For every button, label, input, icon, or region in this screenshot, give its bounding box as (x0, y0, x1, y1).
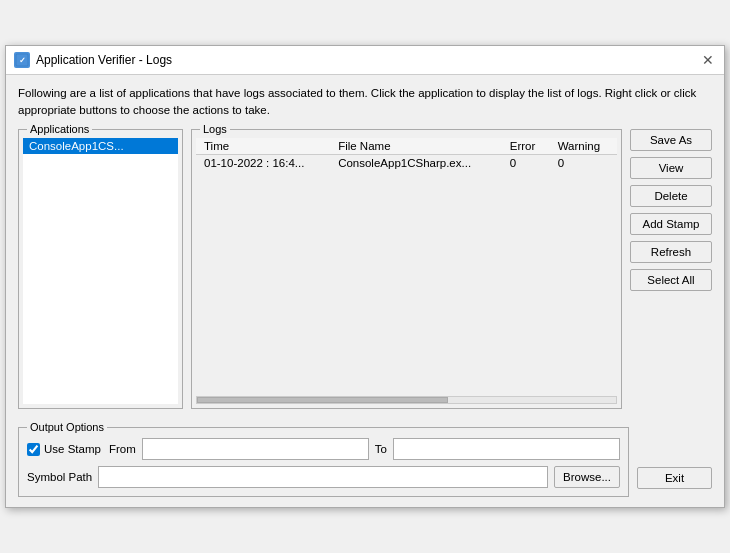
logs-wrapper: Logs Time File Name Error Warning (191, 129, 622, 409)
use-stamp-checkbox[interactable] (27, 443, 40, 456)
logs-panel: Logs Time File Name Error Warning (191, 129, 622, 409)
app-icon: ✓ (14, 52, 30, 68)
title-bar-left: ✓ Application Verifier - Logs (14, 52, 172, 68)
symbol-path-row: Symbol Path Browse... (27, 466, 620, 488)
svg-text:✓: ✓ (19, 56, 26, 65)
symbol-path-input[interactable] (98, 466, 548, 488)
logs-table: Time File Name Error Warning 01-10-2022 … (196, 138, 617, 171)
bottom-row: Output Options Use Stamp From To (18, 417, 712, 497)
select-all-button[interactable]: Select All (630, 269, 712, 291)
col-warning: Warning (550, 138, 617, 155)
list-item[interactable]: ConsoleApp1CS... (23, 138, 178, 154)
to-label: To (375, 443, 387, 455)
scrollbar-area (196, 394, 617, 404)
logs-table-container[interactable]: Time File Name Error Warning 01-10-2022 … (196, 138, 617, 404)
col-time: Time (196, 138, 330, 155)
view-button[interactable]: View (630, 157, 712, 179)
window-title: Application Verifier - Logs (36, 53, 172, 67)
to-input[interactable] (393, 438, 620, 460)
applications-label: Applications (27, 123, 92, 135)
description-text: Following are a list of applications tha… (18, 85, 712, 120)
applications-list[interactable]: ConsoleApp1CS... (23, 138, 178, 404)
add-stamp-button[interactable]: Add Stamp (630, 213, 712, 235)
browse-button[interactable]: Browse... (554, 466, 620, 488)
save-as-button[interactable]: Save As (630, 129, 712, 151)
panels-area: Applications ConsoleApp1CS... Logs (18, 129, 622, 409)
exit-button[interactable]: Exit (637, 467, 712, 489)
application-window: ✓ Application Verifier - Logs ✕ Followin… (5, 45, 725, 509)
cell-filename: ConsoleApp1CSharp.ex... (330, 155, 502, 172)
use-stamp-checkbox-group: Use Stamp (27, 443, 101, 456)
use-stamp-row: Use Stamp From To (27, 438, 620, 460)
from-label: From (109, 443, 136, 455)
refresh-button[interactable]: Refresh (630, 241, 712, 263)
symbol-path-label: Symbol Path (27, 471, 92, 483)
from-input[interactable] (142, 438, 369, 460)
title-bar: ✓ Application Verifier - Logs ✕ (6, 46, 724, 75)
from-to-row: From To (109, 438, 620, 460)
cell-warning: 0 (550, 155, 617, 172)
horizontal-scrollbar[interactable] (196, 396, 617, 404)
table-header-row: Time File Name Error Warning (196, 138, 617, 155)
logs-label: Logs (200, 123, 230, 135)
applications-wrapper: Applications ConsoleApp1CS... (18, 129, 183, 409)
output-options-panel: Output Options Use Stamp From To (18, 427, 629, 497)
main-panels-row: Applications ConsoleApp1CS... Logs (18, 129, 712, 409)
window-body: Following are a list of applications tha… (6, 75, 724, 508)
col-filename: File Name (330, 138, 502, 155)
col-error: Error (502, 138, 550, 155)
delete-button[interactable]: Delete (630, 185, 712, 207)
cell-time: 01-10-2022 : 16:4... (196, 155, 330, 172)
output-options-label: Output Options (27, 421, 107, 433)
scrollbar-thumb (197, 397, 448, 403)
applications-panel: Applications ConsoleApp1CS... (18, 129, 183, 409)
table-row[interactable]: 01-10-2022 : 16:4... ConsoleApp1CSharp.e… (196, 155, 617, 172)
cell-error: 0 (502, 155, 550, 172)
close-button[interactable]: ✕ (700, 52, 716, 68)
output-section-wrapper: Output Options Use Stamp From To (18, 417, 629, 497)
buttons-panel: Save As View Delete Add Stamp Refresh Se… (630, 129, 712, 291)
exit-area: Exit (629, 467, 712, 497)
use-stamp-label: Use Stamp (44, 443, 101, 455)
